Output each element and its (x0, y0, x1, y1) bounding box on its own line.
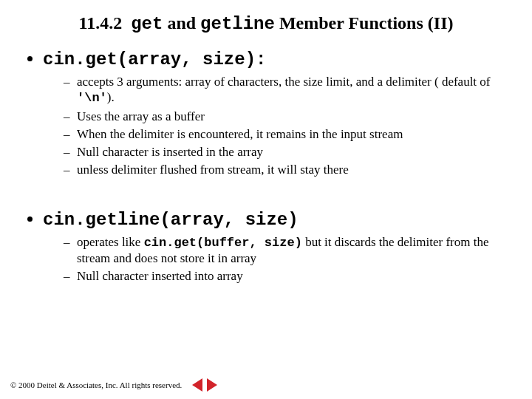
bullet-2: cin.getline(array, size) operates like c… (43, 209, 513, 284)
footer: © 2000 Deitel & Associates, Inc. All rig… (10, 378, 217, 392)
slide-title: 11.4.2 get and getline Member Functions … (19, 12, 513, 35)
sub-text: unless delimiter flushed from stream, it… (77, 163, 349, 177)
sub-text: When the delimiter is encountered, it re… (77, 127, 403, 141)
copyright-text: © 2000 Deitel & Associates, Inc. All rig… (10, 381, 182, 389)
sub-text: ). (107, 90, 115, 104)
list-item: accepts 3 arguments: array of characters… (64, 74, 513, 106)
prev-slide-icon[interactable] (192, 378, 202, 392)
title-code-get: get (131, 14, 163, 34)
bullet-1: cin.get(array, size): accepts 3 argument… (43, 49, 513, 178)
title-rest: Member Functions (II) (275, 13, 454, 33)
bullet-2-subs: operates like cin.get(buffer, size) but … (64, 234, 513, 284)
list-item: operates like cin.get(buffer, size) but … (64, 234, 513, 267)
sub-text: Null character is inserted in the array (77, 145, 263, 159)
list-item: Uses the array as a buffer (64, 109, 513, 124)
bullet-1-subs: accepts 3 arguments: array of characters… (64, 74, 513, 178)
title-section: 11.4.2 (79, 13, 123, 33)
list-item: Null character inserted into array (64, 268, 513, 284)
bullet-2-code: cin.getline(array, size) (43, 210, 299, 230)
nav-buttons (192, 378, 217, 392)
title-code-getline: getline (200, 14, 275, 34)
list-item: unless delimiter flushed from stream, it… (64, 162, 513, 177)
slide: 11.4.2 get and getline Member Functions … (0, 0, 532, 399)
bullet-1-code: cin.get(array, size): (43, 50, 266, 69)
bullet-list-2: cin.getline(array, size) operates like c… (27, 209, 513, 284)
list-item: When the delimiter is encountered, it re… (64, 126, 513, 142)
sub-text: accepts 3 arguments: array of characters… (77, 75, 491, 89)
sub-text: Uses the array as a buffer (77, 109, 205, 123)
list-item: Null character is inserted in the array (64, 144, 513, 160)
sub-text: operates like (77, 235, 144, 249)
spacer (19, 183, 513, 202)
bullet-list: cin.get(array, size): accepts 3 argument… (27, 49, 513, 178)
title-mid: and (163, 13, 200, 33)
next-slide-icon[interactable] (207, 378, 217, 392)
sub-code: cin.get(buffer, size) (144, 236, 302, 250)
sub-text: Null character inserted into array (77, 269, 243, 283)
sub-code: '\n' (77, 91, 107, 105)
